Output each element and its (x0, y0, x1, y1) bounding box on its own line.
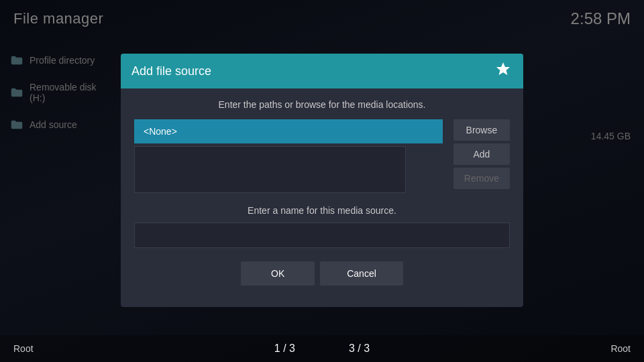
cancel-button[interactable]: Cancel (320, 261, 403, 286)
dialog-title: Add file source (131, 64, 211, 78)
dialog-footer: OK Cancel (134, 261, 510, 296)
side-action-buttons: Browse Add Remove (453, 119, 510, 196)
path-instruction: Enter the paths or browse for the media … (134, 99, 510, 110)
dialog-body: Enter the paths or browse for the media … (121, 88, 523, 307)
browse-button[interactable]: Browse (453, 119, 510, 141)
path-input-area (134, 119, 443, 196)
add-file-source-dialog: Add file source Enter the paths or brows… (121, 54, 523, 307)
page-indicator-2: 3 / 3 (349, 343, 370, 355)
kodi-logo-button[interactable] (494, 62, 513, 80)
name-instruction: Enter a name for this media source. (134, 205, 510, 216)
path-list (134, 146, 406, 193)
path-input[interactable] (134, 119, 443, 143)
bottom-left-label: Root (13, 343, 34, 354)
kodi-icon (495, 61, 511, 81)
bottom-center: 1 / 3 3 / 3 (274, 343, 370, 355)
dialog-header: Add file source (121, 54, 523, 88)
path-controls: Browse Add Remove (134, 119, 510, 196)
ok-button[interactable]: OK (241, 261, 315, 286)
add-path-button[interactable]: Add (453, 143, 510, 165)
svg-marker-0 (496, 62, 510, 75)
bottom-bar: Root 1 / 3 3 / 3 Root (0, 335, 644, 362)
bottom-right-label: Root (610, 343, 631, 354)
remove-button[interactable]: Remove (453, 168, 510, 189)
page-indicator-1: 1 / 3 (274, 343, 295, 355)
name-input[interactable] (134, 223, 510, 248)
